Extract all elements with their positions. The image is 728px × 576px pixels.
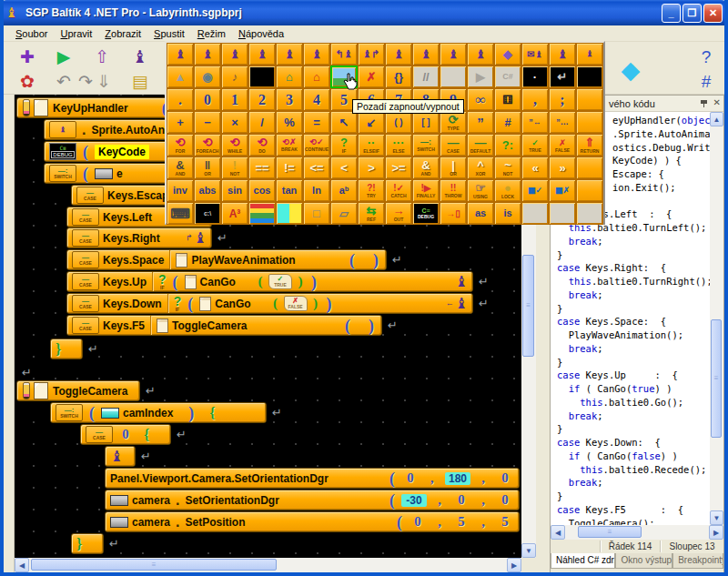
menu-upravit[interactable]: Upravit <box>54 27 98 40</box>
block-bar[interactable]: —CASEKeys.Up?IF(CanGo(✓TRUE))♝ <box>66 271 473 292</box>
colors-icon[interactable] <box>276 202 303 225</box>
panel-vscrollbar[interactable]: ▲ ▼ <box>710 112 723 525</box>
palette-tile[interactable] <box>576 202 603 225</box>
maximize-button[interactable]: ❐ <box>682 4 702 23</box>
canvas-hscroll-thumb[interactable] <box>31 559 277 571</box>
comma-icon[interactable]: , <box>521 88 549 111</box>
bitor-icon[interactable]: |OR <box>440 157 467 179</box>
eq-icon[interactable]: == <box>248 157 276 179</box>
and-icon[interactable]: &AND <box>167 157 194 179</box>
cube-icon[interactable]: ◆ <box>494 43 521 66</box>
sound-icon[interactable]: ♪ <box>221 66 248 88</box>
brackets-icon[interactable]: [ ] <box>412 111 440 134</box>
minus-icon[interactable]: − <box>194 111 221 134</box>
tab-n-hled-c-zdr-[interactable]: Náhled C# zdr... <box>551 553 615 569</box>
braces-icon[interactable]: {} <box>385 66 412 88</box>
panel-scroll-left-icon[interactable]: ◀ <box>551 525 565 540</box>
semicolon-icon[interactable]: ; <box>549 88 576 111</box>
out-icon[interactable]: →OUT <box>385 202 412 225</box>
palette-tile[interactable] <box>576 88 603 111</box>
console-dot-icon[interactable]: · <box>521 66 549 88</box>
panel-vscroll-thumb[interactable] <box>711 319 722 438</box>
num-4[interactable]: 4 <box>303 88 330 111</box>
block-bar[interactable]: —CASE0{ <box>80 424 171 445</box>
menu-režim[interactable]: Režim <box>191 27 232 40</box>
block-bar[interactable]: camera.SetOrientationDgr(-30,0,0 <box>105 490 520 510</box>
pin-icon[interactable] <box>699 97 710 108</box>
scroll-down-icon[interactable]: ▼ <box>521 543 536 558</box>
neq-icon[interactable]: != <box>276 157 303 179</box>
move-tool-icon[interactable]: ✚ <box>15 45 40 68</box>
false-icon[interactable]: ✗FALSE <box>549 134 576 157</box>
blank-tile[interactable] <box>440 66 467 88</box>
wait-icon[interactable]: ▲ <box>167 66 194 88</box>
canvas-vscroll-thumb[interactable] <box>522 255 534 357</box>
palette-tile[interactable] <box>521 202 549 225</box>
case-icon[interactable]: —CASE <box>440 134 467 157</box>
if-icon[interactable]: ?IF <box>330 134 358 157</box>
panel-scroll-right-icon[interactable]: ▶ <box>709 525 723 540</box>
wizard-turn-right-icon[interactable]: ♝↱ <box>358 43 385 66</box>
wizard-bow-icon[interactable]: ♝ <box>167 43 194 66</box>
wizard-speak-icon[interactable]: ♝ <box>440 43 467 66</box>
wizard-down-icon[interactable]: ♝ <box>303 43 330 66</box>
save-icon[interactable]: ⇓ <box>91 69 116 93</box>
block-bar[interactable]: —CASEKeys.F5ToggleCamera() <box>66 315 382 336</box>
break-icon[interactable]: ⟲✗BREAK <box>276 134 303 157</box>
console-icon[interactable]: c:\ <box>194 202 221 225</box>
inv-icon[interactable]: inv <box>167 179 194 202</box>
panel-hscroll-thumb[interactable] <box>578 526 642 538</box>
string-width-icon[interactable]: ”↔ <box>521 111 549 134</box>
block-bar[interactable]: —:SWITCH(camIndex){ <box>50 402 267 423</box>
finally-icon[interactable]: !▶FINALLY <box>412 179 440 202</box>
console-blank[interactable] <box>576 66 603 88</box>
as-icon[interactable]: as <box>467 202 494 225</box>
title-bar[interactable]: ♝ SGP Baltík 4 .NET Pro - Labyrinth.sgpb… <box>0 0 728 25</box>
wizard-stand-icon[interactable]: ♝ <box>194 43 221 66</box>
scene-objects-icon[interactable]: ✿ <box>15 69 40 93</box>
bitnot-icon[interactable]: ~NOT <box>494 157 521 179</box>
panel-hscrollbar[interactable]: ◀ ▶ <box>551 525 723 540</box>
num-3[interactable]: 3 <box>276 88 303 111</box>
default-icon[interactable]: —DEFAULT <box>467 134 494 157</box>
ternary-icon[interactable]: ?: <box>494 134 521 157</box>
equals-icon[interactable]: = <box>303 111 330 134</box>
not-icon[interactable]: !NOT <box>221 157 248 179</box>
arrow-downleft-icon[interactable]: ↙ <box>358 111 385 134</box>
shiftr-icon[interactable]: » <box>549 157 576 179</box>
page-icon[interactable]: □ <box>303 202 330 225</box>
box3d-icon[interactable]: ▱ <box>330 202 358 225</box>
gt-icon[interactable]: > <box>358 157 385 179</box>
for-icon[interactable]: ⟲FOR <box>167 134 194 157</box>
block-bar[interactable]: camera.SetPosition(0,5,5 <box>105 511 520 532</box>
wizard-tool-icon[interactable]: ♝ <box>127 45 153 68</box>
wizard-walk-icon[interactable]: ♝ <box>385 43 412 66</box>
parens-icon[interactable]: ( ) <box>385 111 412 134</box>
block-bar[interactable]: } <box>50 339 83 359</box>
else-icon[interactable]: ···ELSE <box>385 134 412 157</box>
num-1[interactable]: 1 <box>221 88 248 111</box>
delete-icon[interactable]: ✗ <box>358 66 385 88</box>
cos-icon[interactable]: cos <box>248 179 276 202</box>
try-icon[interactable]: ?!TRY <box>358 179 385 202</box>
palette-tile[interactable] <box>576 157 603 179</box>
palette-tile[interactable] <box>576 179 603 202</box>
switch-icon[interactable]: —:SWITCH <box>412 134 440 157</box>
modulo-icon[interactable]: % <box>276 111 303 134</box>
open-scene-icon[interactable]: ⇧ <box>89 45 115 68</box>
tab-breakpointy[interactable]: Breakpointy <box>672 553 723 569</box>
wizard-turn-left-icon[interactable]: ↰♝ <box>330 43 358 66</box>
screen-off-icon[interactable] <box>248 66 276 88</box>
block-bar[interactable]: —CASEKeys.Down?IF(CanGo(✗FALSE))←♝ <box>66 293 473 314</box>
tan-icon[interactable]: tan <box>276 179 303 202</box>
infinity-icon[interactable]: ∞ <box>467 88 494 111</box>
close-button[interactable]: ✕ <box>703 4 723 23</box>
minimize-button[interactable]: _ <box>662 4 681 23</box>
while-icon[interactable]: ⟲WHILE <box>221 134 248 157</box>
block-bar[interactable]: ♝ <box>105 446 136 467</box>
plus-icon[interactable]: + <box>167 111 194 134</box>
block-bar[interactable]: } <box>71 533 104 554</box>
run-disabled-icon[interactable]: ▶ <box>467 66 494 88</box>
return-icon[interactable]: ⇑RETURN <box>576 134 603 157</box>
canvas-hscrollbar[interactable]: ◀ ▶ <box>15 558 521 572</box>
